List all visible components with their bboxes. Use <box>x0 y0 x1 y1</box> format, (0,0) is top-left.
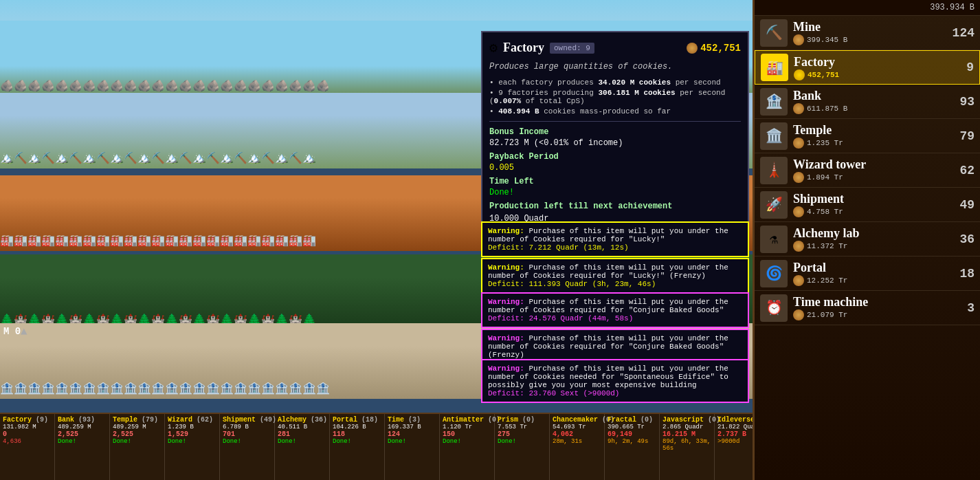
shipment-count: 49 <box>959 198 975 212</box>
bottom-wizard-name: Wizard (62) <box>168 416 216 424</box>
mine-icon: ⛏️ <box>760 19 788 47</box>
right-sidebar: 393.934 B ⛏️ Mine 399.345 B 124 🏭 Factor… <box>753 0 980 480</box>
portal-coin-icon <box>793 275 804 286</box>
bank-price: 611.875 B <box>793 103 959 114</box>
portal-name: Portal <box>793 261 959 275</box>
sidebar-item-mine[interactable]: ⛏️ Mine 399.345 B 124 <box>755 16 980 50</box>
bottom-bank-name: Bank (93) <box>58 416 107 424</box>
sidebar-item-time-machine[interactable]: ⏰ Time machine 21.079 Tr 3 <box>755 291 980 325</box>
bottom-wizard[interactable]: Wizard (62) 1.239 B 1,529 Done! <box>165 414 220 480</box>
time-machine-coin-icon <box>793 309 804 320</box>
payback-label: Payback Period <box>489 152 741 162</box>
warn-text-2: Purchase of this item will put you under… <box>488 263 728 280</box>
temple-info: Temple 1.235 Tr <box>793 123 959 149</box>
bottom-factory[interactable]: Factory (9) 131.982 M 0 4,636 <box>0 414 55 480</box>
sidebar-item-wizard-tower[interactable]: 🗼 Wizard tower 1.894 Tr 62 <box>755 153 980 188</box>
bottom-chancemaker[interactable]: Chancemaker (0) 54.693 Tr 4,062 28m, 31s <box>550 414 605 480</box>
warning-box-1: Warning: Purchase of this item will put … <box>481 221 749 257</box>
mine-name: Mine <box>793 20 953 34</box>
sidebar-item-temple[interactable]: 🏛️ Temple 1.235 Tr 79 <box>755 119 980 153</box>
bottom-bank-count2: 2,525 <box>58 430 107 438</box>
tooltip-title: Factory <box>503 41 544 55</box>
shipment-icon: 🚀 <box>760 191 788 219</box>
warn-deficit-5: Deficit: 23.760 Sext (>9000d) <box>488 389 742 397</box>
bottom-prism[interactable]: Prism (0) 7.553 Tr 275 Done! <box>495 414 550 480</box>
bank-name: Bank <box>793 89 959 103</box>
temple-icon: 🏛️ <box>760 122 788 150</box>
bottom-alchemy-val1: 40.511 B <box>278 424 326 430</box>
bottom-temple-val1: 489.259 M <box>113 424 162 430</box>
bottom-alchemy-name: Alchemy (36) <box>278 416 326 424</box>
warn-deficit-2: Deficit: 111.393 Quadr (3h, 23m, 46s) <box>488 280 742 288</box>
bottom-temple-status: Done! <box>113 438 162 445</box>
bottom-idleverse-count2: 2.737 B <box>717 430 753 438</box>
tooltip-price: 452,751 <box>687 43 741 54</box>
bottom-javascript-status: 89d, 6h, 33m, 56s <box>662 438 711 452</box>
bottom-chancemaker-status: 28m, 31s <box>553 438 601 445</box>
m0-indicator: M 0 <box>3 326 21 337</box>
bottom-bank-status: Done! <box>58 438 107 445</box>
bottom-alchemy[interactable]: Alchemy (36) 40.511 B 281 Done! <box>275 414 330 480</box>
bottom-time-val1: 169.337 B <box>388 424 436 430</box>
bottom-shipment-status: Done! <box>223 438 271 445</box>
factory-count: 9 <box>966 61 974 74</box>
sidebar-item-shipment[interactable]: 🚀 Shipment 4.758 Tr 49 <box>755 188 980 222</box>
portal-info: Portal 12.252 Tr <box>793 261 959 286</box>
portal-icon: 🌀 <box>760 260 788 287</box>
warn-title-1: Warning: <box>488 227 524 235</box>
warn-title-4: Warning: <box>488 334 524 342</box>
portal-price: 12.252 Tr <box>793 275 959 286</box>
bottom-fractal-name: Fractal (0) <box>608 416 656 424</box>
scroll-up-button[interactable]: ▲ <box>21 326 27 338</box>
warn-deficit-3: Deficit: 24.576 Quadr (44m, 58s) <box>488 314 742 323</box>
sidebar-item-alchemy-lab[interactable]: ⚗️ Alchemy lab 11.372 Tr 36 <box>755 222 980 257</box>
alchemy-lab-name: Alchemy lab <box>793 226 959 241</box>
tooltip-header: ⚙️ Factory owned: 9 452,751 <box>489 39 741 56</box>
tooltip-description: Produces large quantities of cookies. <box>489 62 741 72</box>
bonus-income-value: 82.723 M (<0.01% of income) <box>489 138 741 148</box>
warn-title-5: Warning: <box>488 364 524 373</box>
bottom-idleverse[interactable]: Idleverse (0) 21.822 Quadr 2.737 B >9000… <box>715 414 753 480</box>
alchemy-lab-count: 36 <box>959 232 975 246</box>
top-cookie-count: 393.934 B <box>755 0 980 16</box>
bottom-antimatter[interactable]: Antimatter (0) 1.120 Tr 150 Done! <box>440 414 495 480</box>
bottom-idleverse-name: Idleverse (0) <box>717 416 753 424</box>
tooltip-panel: ⚙️ Factory owned: 9 452,751 Produces lar… <box>481 31 749 232</box>
wizard-tower-info: Wizard tower 1.894 Tr <box>793 157 959 183</box>
shipment-price: 4.758 Tr <box>793 206 959 217</box>
factory-icon: 🏭 <box>761 54 788 81</box>
warning-box-3: Warning: Purchase of this item will put … <box>481 292 749 328</box>
factory-price: 452,751 <box>794 69 966 80</box>
warn-text-3: Purchase of this item will put you under… <box>488 298 728 314</box>
sidebar-item-bank[interactable]: 🏦 Bank 611.875 B 93 <box>755 85 980 119</box>
bottom-fractal[interactable]: Fractal (0) 390.665 Tr 69,149 9h, 2m, 49… <box>605 414 660 480</box>
bottom-shipment[interactable]: Shipment (49) 6.789 B 701 Done! <box>220 414 275 480</box>
bottom-shipment-name: Shipment (49) <box>223 416 271 424</box>
sidebar-item-portal[interactable]: 🌀 Portal 12.252 Tr 18 <box>755 257 980 291</box>
time-machine-name: Time machine <box>793 295 967 309</box>
shipment-coin-icon <box>793 206 804 217</box>
bottom-factory-val1: 131.982 M <box>3 424 52 430</box>
wizard-tower-name: Wizard tower <box>793 157 959 172</box>
portal-count: 18 <box>959 267 975 281</box>
bottom-time[interactable]: Time (3) 169.337 B 124 Done! <box>385 414 440 480</box>
bottom-alchemy-status: Done! <box>278 438 326 445</box>
bottom-bank[interactable]: Bank (93) 489.259 M 2,525 Done! <box>55 414 110 480</box>
wizard-tower-icon: 🗼 <box>760 157 788 184</box>
sidebar-item-factory[interactable]: 🏭 Factory 452,751 9 <box>755 50 980 85</box>
bottom-temple-name: Temple (79) <box>113 416 162 424</box>
bottom-wizard-val1: 1.239 B <box>168 424 216 430</box>
bottom-portal[interactable]: Portal (18) 104.226 B 118 Done! <box>330 414 385 480</box>
time-machine-info: Time machine 21.079 Tr <box>793 295 967 320</box>
bottom-antimatter-val1: 1.120 Tr <box>443 424 491 430</box>
bottom-antimatter-count2: 150 <box>443 430 491 438</box>
bottom-javascript[interactable]: Javascript (0) 2.865 Quadr 16.215 M 89d,… <box>660 414 715 480</box>
bottom-temple[interactable]: Temple (79) 489.259 M 2,525 Done! <box>110 414 165 480</box>
achievement-label: Production left till next achievement <box>489 201 741 211</box>
alchemy-lab-info: Alchemy lab 11.372 Tr <box>793 226 959 252</box>
mine-count: 124 <box>953 26 975 40</box>
wizard-tower-price: 1.894 Tr <box>793 172 959 183</box>
mine-info: Mine 399.345 B <box>793 20 953 45</box>
tooltip-stat-1: • each factory produces 34.020 M cookies… <box>489 78 741 87</box>
warn-text-4: Purchase of this item will put you under… <box>488 334 728 359</box>
